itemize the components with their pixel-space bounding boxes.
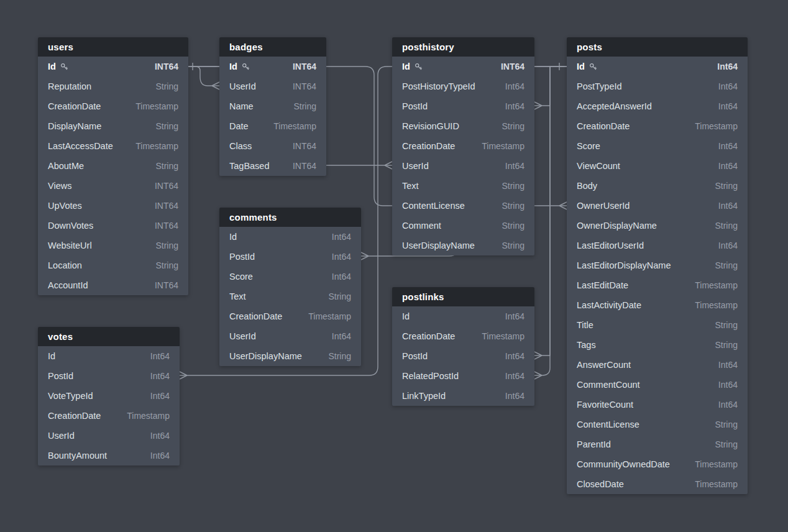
field-type: INT64 xyxy=(293,81,316,91)
field-name: UpVotes xyxy=(48,201,82,211)
er-diagram-canvas[interactable]: usersIdINT64ReputationStringCreationDate… xyxy=(0,0,788,532)
field-type: String xyxy=(502,201,525,211)
field-row-posts-PostTypeId: PostTypeIdInt64 xyxy=(567,76,748,96)
field-type: INT64 xyxy=(293,62,316,71)
field-row-comments-CreationDate: CreationDateTimestamp xyxy=(219,306,361,326)
table-comments[interactable]: commentsIdInt64PostIdInt64ScoreInt64Text… xyxy=(219,208,361,366)
many-marker xyxy=(534,355,542,359)
table-header-posts[interactable]: posts xyxy=(567,37,748,57)
field-row-badges-Id: IdINT64 xyxy=(219,57,326,76)
many-marker xyxy=(361,252,369,256)
field-row-posthistory-UserDisplayName: UserDisplayNameString xyxy=(392,236,534,255)
field-type: Int64 xyxy=(150,391,170,401)
relationship-edge-postlinks.PostId-posts.Id xyxy=(542,66,567,355)
field-name-text: WebsiteUrl xyxy=(48,241,92,250)
field-name-text: UpVotes xyxy=(48,201,82,211)
field-type: Int64 xyxy=(505,101,525,111)
field-type: Int64 xyxy=(150,431,170,441)
field-name-text: Id xyxy=(402,311,410,321)
field-row-posthistory-PostHistoryTypeId: PostHistoryTypeIdInt64 xyxy=(392,76,534,96)
field-name: LastEditorUserId xyxy=(577,241,644,250)
relationship-edge-postlinks.RelatedPostId-posts.Id xyxy=(542,66,567,375)
field-name-text: ParentId xyxy=(577,439,611,449)
field-name: Id xyxy=(229,232,237,242)
field-name: Text xyxy=(402,181,419,191)
field-row-posts-Id: IdInt64 xyxy=(567,57,748,76)
many-marker xyxy=(534,352,542,355)
table-posts[interactable]: postsIdInt64PostTypeIdInt64AcceptedAnswe… xyxy=(567,37,748,494)
field-name-text: LastEditDate xyxy=(577,280,628,290)
field-name-text: Id xyxy=(402,62,410,71)
many-marker xyxy=(534,372,542,375)
field-row-users-WebsiteUrl: WebsiteUrlString xyxy=(38,236,188,255)
field-type: INT64 xyxy=(155,280,178,290)
field-type: Timestamp xyxy=(135,101,178,111)
field-name-text: PostId xyxy=(229,252,255,262)
many-marker xyxy=(559,202,567,206)
table-header-postlinks[interactable]: postlinks xyxy=(392,287,534,306)
field-row-posthistory-RevisionGUID: RevisionGUIDString xyxy=(392,116,534,136)
table-votes[interactable]: votesIdInt64PostIdInt64VoteTypeIdInt64Cr… xyxy=(38,327,180,466)
field-row-posts-OwnerUserId: OwnerUserIdInt64 xyxy=(567,196,748,216)
field-type: Int64 xyxy=(150,451,170,461)
field-name-text: Id xyxy=(48,351,55,361)
table-header-comments[interactable]: comments xyxy=(219,208,361,227)
field-name: AccountId xyxy=(48,280,88,290)
field-name: UserId xyxy=(229,81,256,91)
field-name: PostHistoryTypeId xyxy=(402,81,475,91)
field-name-text: Text xyxy=(402,181,419,191)
field-type: String xyxy=(502,241,525,250)
field-type: Int64 xyxy=(150,351,170,361)
field-name-text: CreationDate xyxy=(48,101,101,111)
field-name-text: PostId xyxy=(402,351,428,361)
field-row-posts-AnswerCount: AnswerCountInt64 xyxy=(567,355,748,375)
field-type: Int64 xyxy=(505,161,525,171)
table-title: comments xyxy=(229,212,277,222)
field-name: Class xyxy=(229,141,252,151)
table-badges[interactable]: badgesIdINT64UserIdINT64NameStringDateTi… xyxy=(219,37,326,176)
many-marker xyxy=(534,375,542,379)
field-row-posts-CommentCount: CommentCountInt64 xyxy=(567,375,748,395)
field-type: String xyxy=(155,121,178,131)
field-name-text: LastEditorDisplayName xyxy=(577,260,671,270)
table-header-badges[interactable]: badges xyxy=(219,37,326,57)
field-name: UserId xyxy=(48,431,75,441)
field-name: ContentLicense xyxy=(577,420,639,429)
table-postlinks[interactable]: postlinksIdInt64CreationDateTimestampPos… xyxy=(392,287,534,406)
field-type: Timestamp xyxy=(695,280,738,290)
field-row-posts-FavoriteCount: FavoriteCountInt64 xyxy=(567,395,748,415)
table-header-posthistory[interactable]: posthistory xyxy=(392,37,534,57)
many-marker xyxy=(385,165,392,169)
field-name: Comment xyxy=(402,221,441,231)
field-name-text: BountyAmount xyxy=(48,451,107,461)
field-name-text: OwnerDisplayName xyxy=(577,221,657,231)
relationship-edge-posthistory.PostId-posts.Id xyxy=(542,66,567,106)
field-name-text: Body xyxy=(577,181,597,191)
table-title: users xyxy=(48,42,73,52)
table-posthistory[interactable]: posthistoryIdINT64PostHistoryTypeIdInt64… xyxy=(392,37,534,255)
field-row-posthistory-UserId: UserIdInt64 xyxy=(392,156,534,176)
many-marker xyxy=(559,206,567,209)
field-name-text: Id xyxy=(229,232,237,242)
field-name: Name xyxy=(229,101,254,111)
field-row-users-Location: LocationString xyxy=(38,255,188,275)
field-type: String xyxy=(715,320,738,330)
field-name-text: ClosedDate xyxy=(577,479,624,489)
field-name: CreationDate xyxy=(577,121,630,131)
field-name-text: OwnerUserId xyxy=(577,201,630,211)
field-row-comments-PostId: PostIdInt64 xyxy=(219,247,361,267)
field-name-text: CreationDate xyxy=(577,121,630,131)
field-type: Int64 xyxy=(332,272,351,282)
field-type: INT64 xyxy=(155,181,178,191)
field-name-text: CreationDate xyxy=(229,311,282,321)
field-name-text: Title xyxy=(577,320,593,330)
table-header-users[interactable]: users xyxy=(38,37,188,57)
table-users[interactable]: usersIdINT64ReputationStringCreationDate… xyxy=(38,37,188,295)
field-name: DisplayName xyxy=(48,121,101,131)
field-name: ViewCount xyxy=(577,161,620,171)
field-name: Location xyxy=(48,260,82,270)
field-row-posts-Score: ScoreInt64 xyxy=(567,136,748,156)
field-name: AboutMe xyxy=(48,161,84,171)
table-header-votes[interactable]: votes xyxy=(38,327,180,346)
field-name: CreationDate xyxy=(48,101,101,111)
